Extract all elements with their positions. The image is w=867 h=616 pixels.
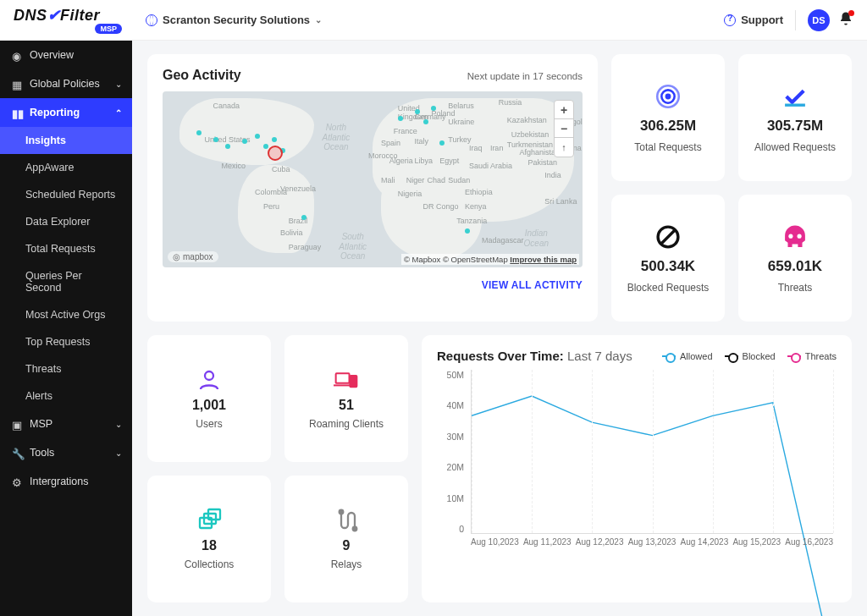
geo-activity-card: Geo Activity Next update in 17 seconds C… (147, 54, 598, 322)
svg-point-6 (788, 234, 792, 239)
blocked-icon (654, 223, 682, 251)
chevron-down-icon: ⌄ (115, 420, 122, 429)
geo-title: Geo Activity (163, 68, 241, 83)
svg-point-15 (340, 510, 344, 514)
org-name: Scranton Security Solutions (163, 14, 310, 26)
sidebar-sub-total-requests[interactable]: Total Requests (0, 235, 132, 262)
chart-body: 50M40M30M20M10M0 Aug 10,2023Aug 11,2023A… (437, 370, 837, 556)
user-icon (196, 367, 222, 393)
geo-next-update: Next update in 17 seconds (467, 71, 583, 81)
org-selector[interactable]: Scranton Security Solutions ⌄ (146, 14, 322, 26)
mini-value: 18 (202, 538, 217, 553)
stat-label: Threats (778, 282, 813, 294)
sidebar-label: Overview (30, 49, 74, 61)
stats-grid: 306.25M Total Requests 305.75M Allowed R… (611, 54, 852, 322)
chevron-up-icon: ⌃ (115, 108, 122, 118)
map-ocean-label: North Atlantic Ocean (322, 123, 350, 152)
sidebar-label: Reporting (30, 107, 80, 118)
mini-label: Users (196, 418, 222, 430)
mini-roaming-clients: 51 Roaming Clients (284, 335, 408, 462)
notifications-button[interactable] (838, 11, 853, 30)
map-ocean-label: South Atlantic Ocean (339, 232, 367, 261)
sidebar-item-integrations[interactable]: ⚙ Intergrations (0, 467, 132, 496)
sidebar-sub-appaware[interactable]: AppAware (0, 154, 132, 181)
content-area: Geo Activity Next update in 17 seconds C… (132, 41, 867, 616)
sidebar-sub-threats[interactable]: Threats (0, 355, 132, 382)
logo: DNS✔Filter MSP (14, 6, 146, 34)
check-icon (781, 82, 809, 111)
sidebar-sub-most-active-orgs[interactable]: Most Active Orgs (0, 301, 132, 328)
skull-icon (781, 223, 809, 251)
svg-point-0 (665, 94, 671, 100)
mini-users: 1,001 Users (147, 335, 271, 462)
map-zoom-out-button[interactable]: − (555, 119, 573, 138)
sidebar-sub-qps[interactable]: Queries Per Second (0, 262, 132, 301)
legend-blocked[interactable]: Blocked (725, 351, 776, 361)
svg-point-16 (353, 527, 357, 531)
top-bar: DNS✔Filter MSP Scranton Security Solutio… (0, 0, 867, 41)
stat-value: 500.34K (641, 258, 695, 275)
sidebar-item-global-policies[interactable]: ▦ Global Policies ⌄ (0, 69, 132, 98)
legend-threats[interactable]: Threats (787, 351, 837, 361)
relays-icon (334, 508, 359, 533)
requests-over-time-card: Requests Over Time: Last 7 days Allowed … (422, 335, 852, 602)
chevron-down-icon: ⌄ (315, 15, 322, 25)
map-zoom-controls: + − ↑ (554, 100, 574, 157)
stat-blocked-requests: 500.34K Blocked Requests (611, 195, 725, 322)
map-reset-bearing-button[interactable]: ↑ (555, 138, 573, 157)
policies-icon: ▦ (12, 79, 23, 90)
sidebar-label: Intergrations (30, 476, 88, 487)
sidebar-label: MSP (30, 418, 52, 430)
map-label: Madagascar (482, 236, 524, 245)
stat-threats: 659.01K Threats (738, 195, 852, 322)
chevron-down-icon: ⌄ (115, 448, 122, 458)
notification-dot-icon (848, 10, 854, 16)
reporting-icon: ▮▮ (12, 107, 23, 118)
integrations-icon: ⚙ (12, 476, 23, 487)
sidebar-sub-scheduled-reports[interactable]: Scheduled Reports (0, 181, 132, 208)
mini-label: Roaming Clients (309, 418, 384, 430)
broadcast-icon (654, 82, 682, 111)
chart-plot-area[interactable] (471, 370, 833, 534)
stat-label: Allowed Requests (754, 141, 836, 153)
improve-map-link[interactable]: Improve this map (510, 255, 577, 264)
sidebar-sub-data-explorer[interactable]: Data Explorer (0, 208, 132, 235)
sidebar-item-tools[interactable]: 🔧 Tools ⌄ (0, 438, 132, 467)
svg-point-8 (205, 371, 213, 380)
chart-legend: Allowed Blocked Threats (662, 351, 837, 361)
legend-allowed[interactable]: Allowed (662, 351, 713, 361)
sidebar-item-msp[interactable]: ▣ MSP ⌄ (0, 410, 132, 438)
mini-value: 1,001 (192, 398, 226, 413)
chevron-down-icon: ⌄ (115, 80, 122, 89)
sidebar-item-overview[interactable]: ◉ Overview (0, 41, 132, 69)
stat-allowed-requests: 305.75M Allowed Requests (738, 54, 852, 181)
sidebar-sub-insights[interactable]: Insights (0, 127, 132, 154)
globe-icon (146, 14, 157, 26)
stat-label: Total Requests (634, 141, 701, 153)
sidebar-item-reporting[interactable]: ▮▮ Reporting ⌃ (0, 98, 132, 127)
stat-value: 305.75M (767, 118, 823, 135)
support-link[interactable]: Support (724, 14, 783, 26)
chart-x-axis: Aug 10,2023Aug 11,2023Aug 12,2023Aug 13,… (471, 537, 833, 556)
svg-line-5 (661, 230, 676, 245)
support-label: Support (741, 14, 783, 26)
map-zoom-in-button[interactable]: + (555, 101, 573, 119)
stat-label: Blocked Requests (627, 282, 710, 294)
map-attribution: © Mapbox © OpenStreetMap Improve this ma… (401, 254, 579, 265)
collections-icon (196, 508, 222, 533)
geo-map[interactable]: Canada United States Mexico Cuba Colombi… (163, 91, 583, 267)
avatar[interactable]: DS (808, 9, 830, 31)
mini-relays: 9 Relays (284, 476, 408, 602)
sidebar-sub-alerts[interactable]: Alerts (0, 382, 132, 410)
svg-rect-11 (350, 376, 356, 387)
mapbox-logo: ◎ mapbox (168, 251, 218, 262)
tools-icon: 🔧 (12, 448, 23, 459)
mini-collections: 18 Collections (147, 476, 271, 602)
sidebar-sub-top-requests[interactable]: Top Requests (0, 328, 132, 355)
svg-rect-9 (336, 373, 350, 382)
stat-value: 306.25M (640, 118, 696, 135)
view-all-activity-link[interactable]: VIEW ALL ACTIVITY (163, 279, 583, 291)
support-icon (724, 14, 736, 26)
sidebar-label: Global Policies (30, 78, 100, 90)
mini-stats-grid: 1,001 Users 51 Roaming Clients 18 Collec… (147, 335, 408, 602)
